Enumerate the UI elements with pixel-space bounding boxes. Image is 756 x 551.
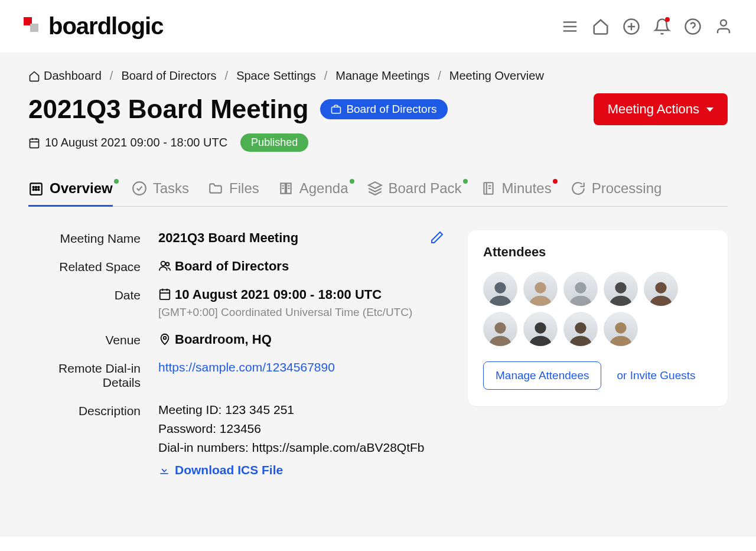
svg-rect-33 (160, 290, 170, 300)
svg-point-31 (161, 262, 165, 266)
tab-board-pack[interactable]: Board Pack (367, 180, 462, 206)
people-icon (158, 259, 171, 272)
hamburger-icon[interactable] (561, 18, 579, 35)
venue-label: Venue (28, 332, 158, 347)
tab-processing[interactable]: Processing (571, 180, 662, 206)
description-label: Description (28, 403, 158, 418)
date-value: 10 August 2021 09:00 - 18:00 UTC [GMT+0:… (158, 287, 444, 319)
avatar[interactable] (563, 272, 598, 306)
brand-text: boardlogic (48, 13, 163, 40)
related-space-value: Board of Directors (158, 259, 444, 274)
status-dot-icon (350, 179, 354, 184)
layers-icon (367, 181, 383, 196)
svg-point-8 (721, 19, 726, 25)
tab-label: Processing (592, 180, 662, 197)
svg-point-45 (575, 322, 586, 334)
avatar[interactable] (483, 312, 517, 346)
meeting-name-label: Meeting Name (28, 230, 158, 246)
edit-meeting-icon[interactable] (430, 230, 444, 244)
breadcrumb-meeting-overview[interactable]: Meeting Overview (449, 69, 544, 83)
svg-point-42 (655, 282, 666, 294)
help-icon[interactable] (684, 18, 702, 35)
breadcrumb-manage-meetings[interactable]: Manage Meetings (335, 69, 429, 83)
download-ics-link[interactable]: Download ICS File (158, 463, 283, 477)
description-line: Dial-in numbers: https://sample.com/aBV2… (158, 441, 444, 455)
status-dot-icon (463, 179, 468, 184)
meeting-subhead: 10 August 2021 09:00 - 18:00 UTC Publish… (28, 133, 728, 152)
avatar[interactable] (563, 312, 598, 346)
attendees-title: Attendees (483, 244, 712, 260)
topbar-icons (561, 18, 732, 35)
breadcrumb-space-settings[interactable]: Space Settings (236, 69, 316, 83)
download-icon (158, 464, 170, 476)
tabs: Overview Tasks Files Agenda Board Pack M… (28, 180, 728, 207)
briefcase-icon (331, 104, 341, 115)
svg-point-38 (494, 282, 506, 294)
home-icon[interactable] (592, 18, 610, 35)
tab-label: Board Pack (389, 180, 462, 197)
timezone-sub: [GMT+0:00] Coordinated Universal Time (E… (158, 306, 444, 319)
attendees-card: Attendees Manage Attendees or Invite Gue… (468, 230, 728, 406)
svg-point-21 (133, 182, 146, 195)
invite-guests-link[interactable]: or Invite Guests (617, 369, 695, 382)
svg-rect-10 (30, 139, 39, 148)
meeting-actions-button[interactable]: Meeting Actions (594, 93, 728, 125)
folder-icon (208, 181, 223, 196)
tab-label: Minutes (502, 180, 552, 197)
avatar[interactable] (483, 272, 517, 306)
svg-point-17 (38, 187, 39, 188)
dialin-link[interactable]: https://sample.com/1234567890 (158, 360, 335, 374)
tab-overview[interactable]: Overview (28, 180, 113, 206)
meeting-details: Meeting Name 2021Q3 Board Meeting Relate… (28, 230, 444, 492)
manage-attendees-button[interactable]: Manage Attendees (483, 361, 601, 390)
breadcrumb: Dashboard / Board of Directors / Space S… (28, 69, 728, 83)
topbar: boardlogic (0, 0, 756, 53)
breadcrumb-board-of-directors[interactable]: Board of Directors (121, 69, 216, 83)
notifications-icon[interactable] (653, 18, 671, 35)
dialin-label: Remote Dial-in Details (28, 360, 158, 390)
space-chip-label: Board of Directors (346, 103, 436, 116)
description-value: Meeting ID: 123 345 251 Password: 123456… (158, 403, 444, 479)
profile-icon[interactable] (715, 18, 732, 35)
add-icon[interactable] (623, 18, 640, 35)
attendee-avatars (483, 272, 712, 346)
chevron-down-icon (706, 107, 713, 112)
tab-minutes[interactable]: Minutes (481, 180, 552, 206)
svg-point-44 (535, 322, 546, 334)
notification-indicator (665, 17, 670, 22)
svg-point-16 (35, 187, 37, 188)
refresh-icon (571, 181, 586, 196)
logo-mark-icon (24, 17, 43, 36)
check-circle-icon (132, 181, 147, 196)
avatar[interactable] (604, 312, 638, 346)
breadcrumb-label: Dashboard (44, 69, 102, 83)
related-space-label: Related Space (28, 259, 158, 274)
meeting-name-value: 2021Q3 Board Meeting (158, 230, 430, 246)
calendar-icon (158, 288, 171, 301)
tab-label: Tasks (153, 180, 189, 197)
venue-value: Boardroom, HQ (158, 332, 444, 347)
avatar[interactable] (523, 312, 558, 346)
tab-tasks[interactable]: Tasks (132, 180, 189, 206)
date-label: Date (28, 287, 158, 302)
page-title: 2021Q3 Board Meeting (28, 94, 308, 124)
tab-files[interactable]: Files (208, 180, 259, 206)
logo[interactable]: boardlogic (24, 13, 163, 40)
svg-point-6 (686, 19, 700, 34)
avatar[interactable] (644, 272, 678, 306)
home-icon (28, 70, 40, 82)
breadcrumb-dashboard[interactable]: Dashboard (28, 69, 102, 83)
calendar-icon (28, 137, 40, 149)
svg-point-39 (535, 282, 546, 294)
svg-point-43 (494, 322, 506, 334)
svg-point-32 (166, 263, 170, 266)
tab-agenda[interactable]: Agenda (278, 180, 348, 206)
tab-label: Files (229, 180, 259, 197)
description-line: Password: 123456 (158, 422, 444, 436)
svg-point-46 (615, 322, 626, 334)
svg-point-20 (38, 189, 39, 190)
avatar[interactable] (604, 272, 638, 306)
svg-marker-26 (369, 182, 382, 188)
avatar[interactable] (523, 272, 558, 306)
space-chip[interactable]: Board of Directors (320, 99, 447, 119)
